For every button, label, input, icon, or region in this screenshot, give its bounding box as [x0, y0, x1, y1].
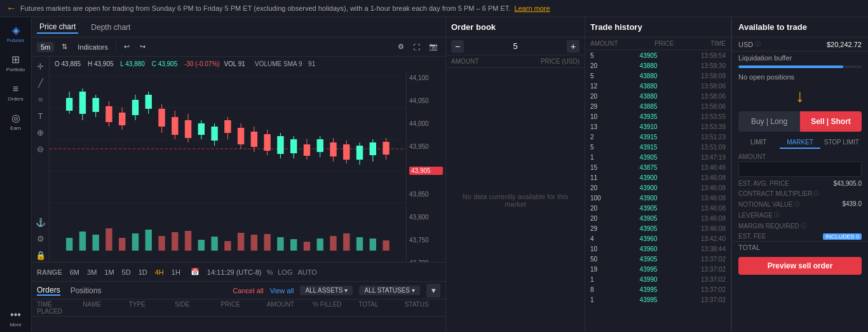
notional-info-icon[interactable]: ⓘ — [794, 200, 800, 209]
timeframe-btn[interactable]: 5m — [37, 42, 54, 52]
trade-history-row: 100 43900 13:46:08 — [585, 193, 731, 203]
orders-panel: Orders Positions Cancel all View all ALL… — [32, 281, 445, 332]
contract-mult-info-icon[interactable]: ⓘ — [813, 190, 819, 198]
price-43950: 43,950 — [409, 143, 443, 150]
currency-info-icon[interactable]: ⓘ — [755, 40, 761, 48]
lock-tool[interactable]: 🔒 — [34, 248, 48, 262]
tab-limit[interactable]: LIMIT — [738, 137, 778, 149]
preview-sell-order-btn[interactable]: Preview sell order — [738, 257, 862, 275]
sidebar-label-more: More — [10, 322, 21, 328]
leverage-info-icon[interactable]: ⓘ — [774, 211, 780, 219]
range-label: RANGE — [37, 268, 62, 276]
sidebar-item-portfolio[interactable]: ⊞ Portfolio — [2, 49, 30, 77]
sidebar-item-futures[interactable]: ◈ Futures — [2, 20, 30, 48]
sell-short-btn[interactable]: Sell | Short — [800, 111, 862, 132]
trade-history-row: 5 43880 13:58:09 — [585, 71, 731, 81]
th-row-price: 43995 — [631, 296, 666, 303]
th-row-amount: 5 — [590, 73, 613, 80]
range-5d[interactable]: 5D — [119, 268, 133, 277]
range-3m[interactable]: 3M — [85, 268, 99, 277]
undo-btn[interactable]: ↩ — [121, 41, 132, 52]
draw-tool[interactable]: ╱ — [34, 76, 48, 90]
price-44100: 44,100 — [409, 74, 443, 81]
svg-rect-67 — [211, 237, 217, 251]
crosshair-tool[interactable]: ✛ — [34, 59, 48, 73]
available-to-trade-title: Available to trade — [732, 17, 868, 38]
fib-tool[interactable]: ≈ — [34, 92, 48, 106]
redo-btn[interactable]: ↪ — [137, 41, 148, 52]
th-row-time: 13:37:02 — [684, 266, 726, 273]
range-6m[interactable]: 6M — [67, 268, 82, 277]
amount-input[interactable] — [738, 162, 862, 177]
th-row-time: 13:51:09 — [684, 144, 726, 151]
arrow-down-indicator: ↓ — [732, 83, 868, 109]
settings-btn[interactable]: ⚙ — [395, 41, 407, 52]
th-row-time: 13:58:06 — [684, 103, 726, 110]
chart-main: O 43,885 H 43,905 L 43,880 C 43,905 -30 … — [50, 57, 445, 262]
ohlc-c: C 43,905 — [152, 60, 180, 67]
anchor-tool[interactable]: ⚓ — [34, 215, 48, 229]
fullscreen-btn[interactable]: ⛶ — [410, 41, 423, 52]
price-44000: 44,000 — [409, 120, 443, 127]
sidebar-item-earn[interactable]: ◎ Earn — [2, 107, 30, 135]
orderbook-no-data: No data currently available for this mar… — [446, 68, 585, 332]
sidebar-item-orders[interactable]: ≡ Orders — [2, 78, 30, 106]
view-all-btn[interactable]: View all — [270, 287, 294, 294]
th-row-amount: 20 — [590, 62, 613, 69]
tab-price-chart[interactable]: Price chart — [37, 21, 78, 34]
all-assets-filter[interactable]: ALL ASSETS ▾ — [300, 286, 353, 295]
expand-btn[interactable]: ▾ — [426, 284, 440, 298]
th-row-time: 13:37:02 — [684, 286, 726, 293]
th-col-time: TIME — [710, 40, 726, 47]
svg-rect-35 — [251, 132, 257, 147]
learn-more-link[interactable]: Learn more — [514, 4, 550, 12]
th-row-price: 43910 — [631, 123, 666, 130]
ob-col-amount: AMOUNT — [451, 58, 478, 65]
zoom-in-tool[interactable]: ⊕ — [34, 125, 48, 139]
range-4h[interactable]: 4H — [153, 268, 166, 277]
range-1m[interactable]: 1M — [102, 268, 116, 277]
indicators-btn[interactable]: Indicators — [75, 42, 111, 52]
right-panel: Available to trade USD ⓘ $20,242.72 Liqu… — [731, 17, 868, 332]
trade-history-row: 29 43885 13:58:06 — [585, 101, 731, 111]
tab-stop-limit[interactable]: STOP LIMIT — [822, 137, 862, 149]
log-scale[interactable]: LOG — [278, 268, 292, 276]
cancel-all-btn[interactable]: Cancel all — [233, 287, 263, 294]
calendar-btn[interactable]: 📅 — [188, 266, 202, 277]
tab-depth-chart[interactable]: Depth chart — [88, 22, 133, 33]
compare-btn[interactable]: ⇅ — [59, 41, 70, 52]
col-name: NAME — [83, 301, 118, 315]
all-statuses-filter[interactable]: ALL STATUSES ▾ — [359, 286, 420, 295]
margin-info-icon[interactable]: ⓘ — [801, 222, 806, 230]
text-tool[interactable]: T — [34, 109, 48, 123]
th-row-amount: 1 — [590, 154, 613, 161]
qty-decrease-btn[interactable]: − — [451, 40, 464, 53]
price-43850: 43,850 — [409, 191, 443, 198]
price-44050: 44,050 — [409, 97, 443, 104]
th-row-amount: 13 — [590, 123, 613, 130]
tab-positions[interactable]: Positions — [71, 286, 102, 295]
svg-rect-45 — [317, 139, 323, 152]
tab-market[interactable]: MARKET — [780, 137, 820, 149]
trade-history-row: 1 43995 13:37:02 — [585, 294, 731, 305]
zoom-out-tool[interactable]: ⊖ — [34, 142, 48, 156]
qty-increase-btn[interactable]: + — [567, 40, 580, 53]
th-row-time: 13:46:08 — [684, 205, 726, 212]
th-row-price: 43995 — [631, 286, 666, 293]
buy-long-btn[interactable]: Buy | Long — [738, 111, 800, 132]
auto-scale[interactable]: AUTO — [297, 268, 316, 276]
svg-rect-80 — [383, 240, 389, 251]
range-1h[interactable]: 1H — [169, 268, 183, 277]
magnet-tool[interactable]: ⚙ — [34, 232, 48, 246]
trade-history-row: 20 43905 13:46:08 — [585, 213, 731, 223]
percent-scale[interactable]: % — [266, 268, 273, 276]
tab-orders[interactable]: Orders — [37, 286, 60, 296]
trade-history-row: 20 43900 13:46:08 — [585, 183, 731, 193]
sidebar-item-more[interactable]: ••• More — [2, 304, 30, 332]
contract-mult-label: CONTRACT MULTIPLIER ⓘ — [738, 190, 819, 198]
total-row: TOTAL — [732, 241, 868, 253]
range-1d[interactable]: 1D — [136, 268, 150, 277]
svg-rect-31 — [224, 120, 231, 133]
ohlc-h: H 43,905 — [88, 60, 116, 67]
screenshot-btn[interactable]: 📷 — [426, 41, 440, 52]
